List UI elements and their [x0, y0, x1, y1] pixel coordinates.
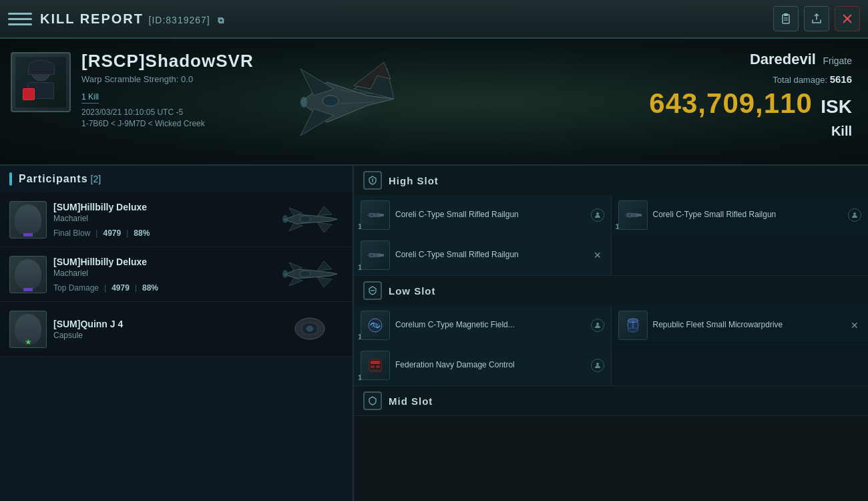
close-button[interactable] — [835, 6, 860, 31]
participant-name-3: [SUM]Quinn J 4 — [53, 319, 270, 329]
ship-type: Frigate — [823, 55, 852, 66]
participant-ship-2: Machariel — [53, 269, 270, 278]
ship-img-1 — [276, 200, 343, 240]
svg-point-14 — [282, 270, 288, 278]
fittings-panel: High Slot 1 Coreli C-Type Small Rifled R… — [354, 166, 868, 501]
ship-name-line: Daredevil Frigate — [649, 51, 852, 68]
participant-info-2: [SUM]Hillbilly Deluxe Machariel Top Dama… — [47, 257, 276, 293]
total-damage-value: 5616 — [830, 73, 852, 85]
svg-point-40 — [628, 328, 638, 332]
x-icon: ✕ — [591, 248, 604, 262]
corp-icon-3: ★ — [25, 337, 32, 347]
ship-img-3 — [276, 309, 343, 349]
person-svg — [594, 211, 602, 219]
participant-item-3[interactable]: ★ [SUM]Quinn J 4 Capsule — [0, 302, 353, 357]
export-button[interactable] — [804, 6, 829, 31]
low-slot-title: Low Slot — [389, 285, 436, 297]
fitting-row-2: 1 Coreli C-Type Small Rifled Railgun ✕ — [354, 235, 868, 275]
x-icon-mwd: ✕ — [848, 319, 861, 332]
victim-stats: Daredevil Frigate Total damage: 5616 643… — [649, 39, 868, 164]
fitting-cell-dropped: 1 Coreli C-Type Small Rifled Railgun — [612, 195, 869, 234]
participant-stats-1: Final Blow | 4979 | 88% — [53, 228, 270, 238]
ship-svg — [260, 49, 421, 156]
participant-ship-3: Capsule — [53, 331, 270, 340]
person-icon — [591, 208, 604, 222]
fitting-cell-empty — [612, 235, 869, 275]
person-icon-2 — [848, 208, 861, 222]
mid-slot-header: Mid Slot — [354, 386, 868, 415]
participant-name-1: [SUM]Hillbilly Deluxe — [53, 202, 270, 212]
svg-rect-30 — [379, 254, 384, 257]
high-slot-title: High Slot — [389, 175, 439, 186]
svg-point-22 — [370, 213, 374, 217]
svg-point-11 — [300, 216, 310, 222]
participant-name-2: [SUM]Hillbilly Deluxe — [53, 257, 270, 267]
low-slot-icon — [363, 281, 382, 300]
fitting-name-dropped: Coreli C-Type Small Rifled Railgun — [653, 210, 846, 220]
high-slot-icon — [363, 171, 382, 190]
svg-point-28 — [853, 212, 856, 215]
fitting-icon-dc — [361, 351, 390, 380]
result-label: Kill — [649, 124, 852, 139]
clipboard-button[interactable] — [773, 6, 799, 31]
low-slot-header: Low Slot — [354, 276, 868, 305]
face-2 — [15, 259, 41, 289]
fitting-cell: 1 Coreli C-Type Small Rifled Railgun — [354, 195, 612, 234]
mid-slot-svg — [367, 395, 378, 406]
svg-rect-1 — [784, 13, 788, 16]
svg-point-32 — [370, 253, 374, 257]
face-1 — [15, 204, 41, 234]
fitting-icon-railgun3 — [361, 240, 390, 270]
mwd-svg — [623, 315, 643, 335]
participant-info-1: [SUM]Hillbilly Deluxe Machariel Final Bl… — [47, 202, 276, 238]
title-id: [ID:8319267] — [149, 15, 210, 25]
victim-kill-count: 1 Kill — [81, 92, 99, 104]
person-svg-low-1 — [594, 321, 602, 329]
svg-point-13 — [300, 271, 310, 277]
victim-panel: [RSCP]ShadowSVR Warp Scramble Strength: … — [0, 39, 868, 166]
fitting-name: Coreli C-Type Small Rifled Railgun — [395, 210, 588, 220]
fitting-icon-railgun1 — [361, 200, 390, 230]
participant-item-2[interactable]: [SUM]Hillbilly Deluxe Machariel Top Dama… — [0, 247, 353, 302]
fitting-icon-mfd — [361, 311, 390, 340]
ship-name: Daredevil — [750, 51, 816, 67]
ship-img-2 — [276, 255, 343, 295]
svg-point-27 — [628, 213, 632, 217]
low-fitting-name-1: Corelum C-Type Magnetic Field... — [395, 320, 588, 331]
damage-1: 4979 — [103, 228, 121, 238]
isk-line: 643,709,110 ISK — [649, 88, 852, 120]
machariel-svg-1 — [277, 201, 343, 238]
percent-2: 88% — [142, 283, 158, 293]
dc-svg — [365, 355, 385, 375]
capsule-svg — [286, 311, 333, 347]
svg-rect-43 — [371, 365, 375, 368]
section-title: Participants — [19, 173, 88, 185]
mid-slot-icon — [363, 391, 382, 410]
header-bar — [9, 172, 12, 186]
total-damage-label: Total damage: — [773, 75, 827, 85]
svg-rect-42 — [371, 361, 380, 364]
mid-slot-section: Mid Slot — [354, 386, 868, 416]
title-bar: KILL REPORT [ID:8319267] ⧉ — [0, 0, 868, 39]
fitting-cell-2: 1 Coreli C-Type Small Rifled Railgun ✕ — [354, 235, 612, 275]
svg-point-36 — [596, 323, 599, 325]
low-fitting-row-2: 1 Federation Navy Damage Control — [354, 345, 868, 385]
participant-item[interactable]: [SUM]Hillbilly Deluxe Machariel Final Bl… — [0, 192, 353, 247]
corp-icon-2 — [23, 288, 33, 291]
svg-point-12 — [282, 215, 288, 223]
low-fitting-cell-dropped-1: Republic Fleet Small Microwarpdrive ✕ — [612, 305, 869, 345]
title-text: KILL REPORT — [40, 11, 144, 26]
low-fitting-cell-2: 1 Federation Navy Damage Control — [354, 345, 612, 385]
railgun-icon — [365, 205, 385, 225]
ship-image — [254, 45, 427, 159]
participant-ship-1: Machariel — [53, 214, 270, 223]
high-slot-header: High Slot — [354, 166, 868, 195]
title-actions — [773, 6, 860, 31]
isk-label: ISK — [821, 96, 852, 117]
participant-avatar-1 — [9, 201, 47, 238]
menu-button[interactable] — [8, 7, 32, 31]
damage-2: 4979 — [112, 283, 130, 293]
shield-weapon-icon — [367, 175, 378, 186]
main-content: Participants [2] [SUM]Hillbilly Deluxe M… — [0, 166, 868, 501]
person-svg-2 — [851, 211, 859, 219]
